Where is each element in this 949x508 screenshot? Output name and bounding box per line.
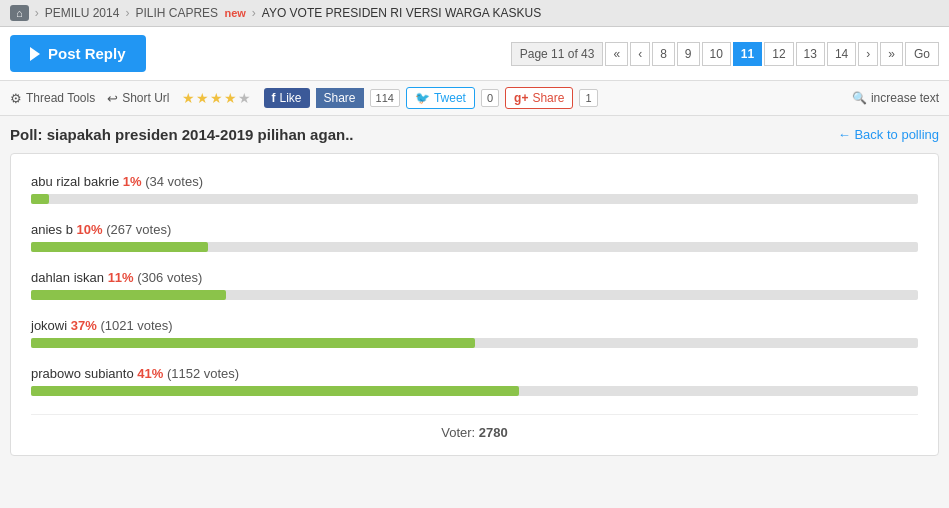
poll-bar-bg [31,338,918,348]
poll-item-label: abu rizal bakrie 1% (34 votes) [31,174,918,189]
thread-tools-button[interactable]: ⚙ Thread Tools [10,91,95,106]
page-first-btn[interactable]: « [605,42,628,66]
increase-text-button[interactable]: 🔍 increase text [852,91,939,105]
breadcrumb-pemilu[interactable]: PEMILU 2014 [45,6,120,20]
poll-item-label: dahlan iskan 11% (306 votes) [31,270,918,285]
facebook-count: 114 [370,89,400,107]
poll-votes: (306 votes) [137,270,202,285]
rating-stars[interactable]: ★★★★★ [182,90,252,106]
go-button[interactable]: Go [905,42,939,66]
page-prev-btn[interactable]: ‹ [630,42,650,66]
poll-item: anies b 10% (267 votes) [31,222,918,252]
page-label: Page 11 of 43 [511,42,604,66]
page-10-btn[interactable]: 10 [702,42,731,66]
poll-item: jokowi 37% (1021 votes) [31,318,918,348]
reply-arrow-icon [30,47,40,61]
twitter-tweet-button[interactable]: 🐦 Tweet [406,87,475,109]
main-content: Poll: siapakah presiden 2014-2019 piliha… [0,116,949,466]
gplus-count: 1 [579,89,597,107]
page-11-btn[interactable]: 11 [733,42,762,66]
poll-item: dahlan iskan 11% (306 votes) [31,270,918,300]
page-next-btn[interactable]: › [858,42,878,66]
page-9-btn[interactable]: 9 [677,42,700,66]
poll-bar-bg [31,242,918,252]
voter-count: 2780 [479,425,508,440]
sub-toolbar: ⚙ Thread Tools ↩ Short Url ★★★★★ f Like … [0,81,949,116]
poll-bar-bg [31,386,918,396]
poll-bar-bg [31,194,918,204]
poll-pct: 1% [123,174,142,189]
page-13-btn[interactable]: 13 [796,42,825,66]
facebook-share-button[interactable]: Share [316,88,364,108]
poll-pct: 11% [108,270,134,285]
main-toolbar: Post Reply Page 11 of 43 « ‹ 8 9 10 11 1… [0,27,949,81]
pagination: Page 11 of 43 « ‹ 8 9 10 11 12 13 14 › »… [511,42,939,66]
link-icon: ↩ [107,91,118,106]
page-last-btn[interactable]: » [880,42,903,66]
poll-item-label: anies b 10% (267 votes) [31,222,918,237]
breadcrumb-pilih-capres[interactable]: PILIH CAPRES new [135,6,245,20]
breadcrumb-current: AYO VOTE PRESIDEN RI VERSI WARGA KASKUS [262,6,541,20]
poll-bar-fill [31,242,208,252]
poll-pct: 10% [77,222,103,237]
facebook-like-button[interactable]: f Like [264,88,310,108]
poll-votes: (1152 votes) [167,366,239,381]
page-12-btn[interactable]: 12 [764,42,793,66]
voter-line: Voter: 2780 [31,414,918,440]
gear-icon: ⚙ [10,91,22,106]
back-to-polling-link[interactable]: ← Back to polling [838,127,939,142]
breadcrumb: ⌂ › PEMILU 2014 › PILIH CAPRES new › AYO… [0,0,949,27]
poll-votes: (1021 votes) [100,318,172,333]
social-buttons: f Like Share 114 🐦 Tweet 0 g+ Share 1 [264,87,598,109]
poll-bar-fill [31,338,475,348]
post-reply-button[interactable]: Post Reply [10,35,146,72]
poll-bar-fill [31,290,226,300]
poll-votes: (267 votes) [106,222,171,237]
poll-item: prabowo subianto 41% (1152 votes) [31,366,918,396]
magnify-icon: 🔍 [852,91,867,105]
gplus-icon: g+ [514,91,528,105]
poll-pct: 37% [71,318,97,333]
poll-item-label: jokowi 37% (1021 votes) [31,318,918,333]
twitter-icon: 🐦 [415,91,430,105]
page-14-btn[interactable]: 14 [827,42,856,66]
poll-bar-fill [31,194,49,204]
gplus-share-button[interactable]: g+ Share [505,87,573,109]
poll-item-label: prabowo subianto 41% (1152 votes) [31,366,918,381]
page-8-btn[interactable]: 8 [652,42,675,66]
poll-votes: (34 votes) [145,174,203,189]
poll-bar-bg [31,290,918,300]
twitter-count: 0 [481,89,499,107]
poll-header: Poll: siapakah presiden 2014-2019 piliha… [10,126,939,143]
poll-bar-fill [31,386,519,396]
poll-box: abu rizal bakrie 1% (34 votes) anies b 1… [10,153,939,456]
poll-item: abu rizal bakrie 1% (34 votes) [31,174,918,204]
short-url-button[interactable]: ↩ Short Url [107,91,169,106]
home-icon[interactable]: ⌂ [10,5,29,21]
poll-pct: 41% [137,366,163,381]
facebook-icon: f [272,91,276,105]
poll-title: Poll: siapakah presiden 2014-2019 piliha… [10,126,353,143]
